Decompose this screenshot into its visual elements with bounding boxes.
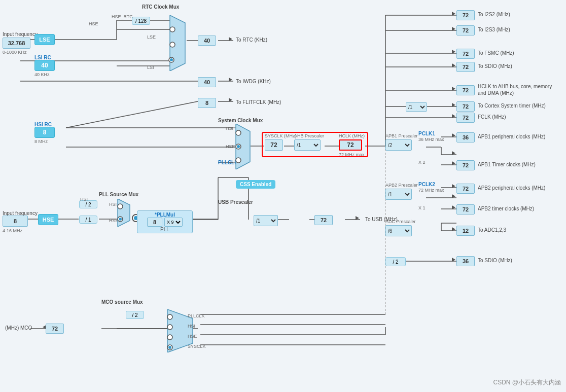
svg-marker-77 — [452, 205, 455, 209]
cortex-out-label: To Cortex System timer (MHz) — [478, 103, 546, 109]
svg-line-18 — [66, 101, 198, 128]
svg-marker-82 — [229, 98, 232, 102]
input-freq-top-value[interactable]: 32.768 — [3, 38, 30, 49]
apb2-prescaler-select[interactable]: /1/2/4/8 — [385, 189, 412, 200]
to-flit-label: To FLITFCLK (MHz) — [236, 99, 281, 105]
pclk1-label: PCLK1 — [418, 131, 435, 136]
apb2-periph-out-box: 72 — [456, 184, 475, 194]
mco-sysclk-label: SYSCLK — [188, 344, 206, 349]
usb-prescaler-select[interactable]: /1/1.5 — [254, 215, 278, 226]
lsi-rc-unit: 40 KHz — [34, 72, 50, 77]
sys-mux-shape — [233, 124, 253, 169]
sdio2-out-box: 36 — [456, 256, 475, 266]
to-rtc-label: To RTC (KHz) — [236, 37, 267, 43]
flit-freq-box: 8 — [198, 98, 216, 108]
svg-point-107 — [118, 204, 123, 209]
i2s2-out-box: 72 — [456, 10, 475, 20]
lse-mux-label: LSE — [147, 34, 156, 40]
usb-out-box: 72 — [314, 215, 333, 225]
apb2-x1-label: X 1 — [418, 205, 426, 210]
input-freq-bottom-range: 4-16 MHz — [3, 228, 22, 233]
hclk-ahb-out-box: 72 — [456, 85, 475, 95]
hsi-pll-div2: HSI — [80, 197, 88, 202]
adc-out-label: To ADC1,2,3 — [478, 227, 506, 233]
svg-point-105 — [236, 158, 241, 163]
ahb-prescaler-label: AHB Prescaler — [294, 133, 324, 138]
ahb-prescaler-select[interactable]: /1/2/4/8/16 — [294, 139, 321, 151]
pll-mul-select[interactable]: X 9X 2X 3X 4 — [164, 218, 183, 227]
css-enabled-button[interactable]: CSS Enabled — [236, 180, 275, 189]
svg-marker-81 — [229, 78, 232, 82]
to-iwdg-label: To IWDG (KHz) — [236, 79, 271, 84]
apb1-x2-label: X 2 — [418, 160, 426, 165]
usb-out-label: To USB (MHz) — [365, 217, 398, 222]
svg-marker-79 — [452, 258, 455, 262]
apb2-timer-out-box: 72 — [456, 204, 475, 215]
apb2-timer-out-label: APB2 timer clocks (MHz) — [478, 206, 534, 211]
svg-marker-68 — [452, 63, 455, 67]
svg-marker-80 — [229, 37, 232, 41]
hse-box[interactable]: HSE — [38, 214, 58, 225]
i2s2-out-label: To I2S2 (MHz) — [478, 12, 510, 17]
svg-marker-73 — [452, 151, 455, 155]
input-freq-bottom-value[interactable]: 8 — [3, 216, 28, 227]
pll-area: *PLLMul 8 X 9X 2X 3X 4 PLL — [137, 210, 193, 233]
svg-marker-83 — [356, 216, 359, 220]
svg-marker-76 — [452, 194, 455, 198]
svg-point-110 — [119, 218, 122, 221]
sdio1-out-label: To SDIO (MHz) — [478, 63, 512, 69]
cortex-div-select[interactable]: /1 — [406, 102, 427, 112]
svg-marker-72 — [452, 133, 455, 137]
input-freq-top-label: Input frequency — [3, 31, 38, 37]
pll-mul-label: *PLLMul — [155, 212, 175, 218]
i2s3-out-box: 72 — [456, 25, 475, 35]
hclk-max-label: 72 MHz max — [339, 152, 365, 157]
fsmc-out-label: To FSMC (MHz) — [478, 50, 514, 56]
apb1-prescaler-select[interactable]: /1/2/4/8 — [385, 139, 412, 151]
apb2-prescaler-label: APB2 Prescaler — [385, 183, 418, 188]
fclk-out-box: 72 — [456, 113, 475, 123]
svg-point-95 — [170, 27, 175, 32]
sdio2-out-label: To SDIO (MHz) — [478, 258, 512, 263]
svg-marker-70 — [452, 103, 455, 107]
fclk-out-label: FCLK (MHz) — [478, 114, 506, 120]
sysclk-label: SYSCLK (MHz) — [265, 133, 297, 138]
svg-marker-65 — [452, 12, 455, 16]
hsi-rc-unit: 8 MHz — [34, 139, 48, 144]
svg-point-112 — [167, 314, 172, 319]
hse-div1-select-box: / 1 — [79, 216, 97, 224]
svg-point-101 — [236, 130, 241, 135]
hsi-sys-label: HSI — [226, 126, 233, 131]
apb1-timer-out-box: 72 — [456, 160, 475, 170]
svg-marker-74 — [452, 161, 455, 165]
svg-marker-71 — [452, 114, 455, 118]
adc-prescaler-select[interactable]: /2/4/6/8 — [385, 225, 412, 236]
lse-box[interactable]: LSE — [34, 34, 55, 45]
apb1-prescaler-label: APB1 Prescaler — [385, 133, 418, 138]
mco-source-mux-label: MCO source Mux — [101, 299, 143, 305]
svg-point-117 — [168, 346, 171, 349]
apb2-periph-out-label: APB2 peripheral clocks (MHz) — [478, 185, 545, 191]
hse-div128-label: HSE — [89, 21, 98, 26]
rtc-clock-mux-label: RTC Clock Mux — [142, 4, 179, 10]
svg-marker-75 — [452, 184, 455, 188]
pll-mul-value: 8 — [147, 218, 162, 227]
mco-out-label: (MHz) MCO — [5, 325, 32, 331]
mco-pllclk-label: PLLCLK — [188, 313, 205, 318]
rtc-freq-box: 40 — [198, 35, 216, 46]
hclk-ahb-out-label: HCLK to AHB bus, core, memory and DMA (M… — [478, 83, 559, 96]
sdio-div2-box: / 2 — [385, 257, 406, 266]
rtc-mux-shape — [167, 15, 188, 71]
svg-marker-78 — [452, 227, 455, 231]
hclk-value-box: 72 — [339, 139, 362, 151]
svg-point-113 — [167, 325, 172, 330]
svg-marker-67 — [452, 50, 455, 54]
clock-diagram: Input frequency 32.768 0-1000 KHz LSE LS… — [0, 0, 566, 392]
apb1-periph-out-label: APB1 peripheral clocks (MHz) — [478, 134, 545, 139]
svg-marker-106 — [118, 199, 130, 227]
lsi-mux-label: LSI — [147, 65, 154, 70]
lsi-rc-value: 40 — [34, 60, 55, 71]
adc-out-box: 12 — [456, 226, 475, 236]
sysclk-value-box: 72 — [265, 139, 283, 151]
apb1-timer-out-label: APB1 Timer clocks (MHz) — [478, 162, 536, 167]
